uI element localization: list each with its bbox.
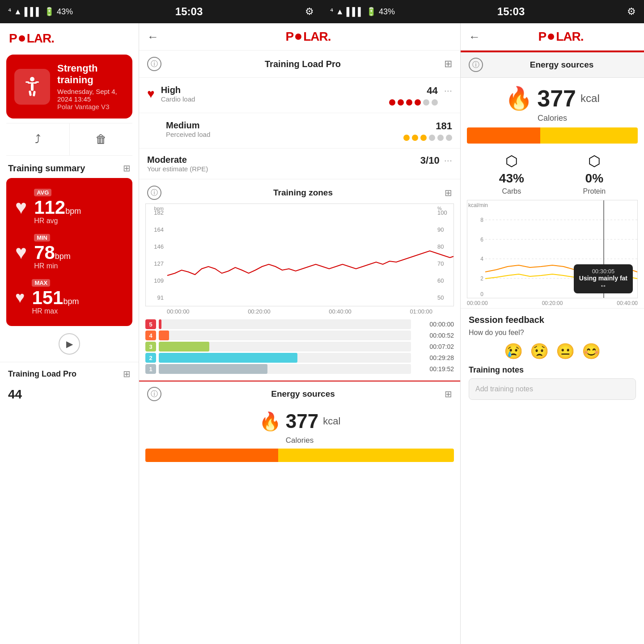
hr-avg-unit: bpm [65, 207, 81, 216]
es-bar-fat [540, 127, 638, 144]
sf-notes-input[interactable]: Add training notes [469, 378, 636, 400]
zone-bar-1: 1 00:19:52 [145, 364, 454, 374]
training-load-bar: Training Load Pro ⊞ [0, 362, 139, 386]
polar-logo-left: PLAR. [9, 31, 54, 46]
svg-rect-2 [25, 81, 29, 83]
rpe-title: Moderate [147, 155, 414, 165]
energy-sources-title-p3: Energy sources [487, 60, 636, 70]
heart-icon-cardio: ♥ [147, 87, 155, 101]
rpe-more-icon[interactable]: ··· [444, 155, 452, 166]
expand-tl-icon[interactable]: ⊞ [123, 369, 131, 379]
info-icon-zones[interactable]: ⓘ [147, 186, 161, 200]
session-feedback-section: Session feedback How do you feel? 😢 😟 😐 … [461, 308, 644, 403]
emoji-neutral[interactable]: 😐 [556, 342, 575, 360]
delete-button[interactable]: 🗑 [69, 123, 133, 155]
zone-bar-5: 5 00:00:00 [145, 319, 454, 329]
status-bar: ⁴ ▲ ▌▌▌ 🔋 43% 15:03 ⚙ ⁴ ▲ ▌▌▌ 🔋 43% 15:0… [0, 0, 644, 23]
hr-avg-value-row: 112bpm [34, 198, 81, 217]
calendar-icon-tlp[interactable]: ⊞ [444, 58, 452, 70]
hr-summary-box: ♥ AVG 112bpm HR avg ♥ MIN 78bpm HR min [6, 178, 132, 326]
play-button[interactable]: ▶ [59, 333, 80, 355]
carbs-pct: 43% [499, 171, 524, 186]
tooltip-box: 00:30:05 Using mainly fat ↔ [574, 264, 633, 293]
x-label-40: 00:40:00 [329, 308, 352, 315]
pdot-2 [412, 135, 418, 141]
energy-sources-header: ⓘ Energy sources ⊞ [139, 381, 460, 407]
zone-num-5: 5 [145, 319, 156, 329]
cal-value-p2: 377 [286, 410, 318, 432]
rpe-sub: Your estimate (RPE) [147, 165, 414, 173]
cal-label-p2: Calories [139, 436, 460, 445]
es-macro-protein: ⬡ 0% Protein [583, 153, 606, 195]
panels-container: PLAR. Strength training Wednesday, Sept … [0, 23, 644, 644]
zone-time-5: 00:00:00 [414, 321, 454, 328]
wifi-icon: ▲ [14, 7, 22, 17]
emoji-sad[interactable]: 😟 [530, 342, 549, 360]
cardio-load-value: 44 [427, 85, 437, 97]
cardio-more-icon[interactable]: ··· [444, 85, 452, 97]
hr-max-data: MAX 151bpm HR max [32, 279, 79, 315]
pdot-5 [437, 135, 444, 141]
es-bar-carbs [467, 127, 540, 144]
polar-logo-p3: PLAR. [538, 30, 583, 44]
battery-icon-left: 🔋 [44, 7, 54, 17]
es-cal-big: 377 [537, 85, 576, 112]
loc-icon-right: ⚙ [627, 6, 636, 17]
zone-track-5 [159, 319, 411, 329]
dot-2 [398, 99, 404, 106]
panel3-content[interactable]: ⓘ Energy sources 🔥 377 kcal Calories ⬡ 4… [461, 52, 644, 644]
sf-notes-placeholder: Add training notes [475, 385, 533, 393]
extra-icons-left: ⚙ [305, 6, 314, 17]
emoji-happy[interactable]: 😊 [582, 342, 601, 360]
sf-emojis: 😢 😟 😐 😊 [469, 342, 636, 360]
battery-pct-left: 43% [57, 7, 73, 17]
back-button-p3[interactable]: ← [469, 30, 480, 44]
signal-icon-r: ▌▌▌ [347, 7, 364, 17]
panel1-header: PLAR. [0, 23, 139, 50]
cardio-load-sub: Cardio load [161, 95, 383, 103]
expand-summary-icon[interactable]: ⊞ [123, 163, 131, 174]
calendar-icon-energy[interactable]: ⊞ [445, 389, 452, 399]
hr-chart-svg [146, 204, 453, 306]
zone-track-3 [159, 342, 411, 352]
emoji-very-sad[interactable]: 😢 [504, 342, 523, 360]
hr-chart-area: 182 164 146 127 109 91 bpm 100 90 80 7 [139, 203, 460, 317]
workout-date: Wednesday, Sept 4, 2024 13:45 [57, 88, 124, 103]
y-pct-70: 70 [436, 260, 453, 267]
polar-logo-p3-wrapper: PLAR. [486, 30, 636, 44]
perceived-load-content: Medium Perceived load [166, 120, 397, 138]
flame-icon-p2: 🔥 [259, 411, 281, 432]
es-cal-unit: kcal [580, 92, 600, 105]
perceived-load-dots [403, 135, 452, 141]
sf-title: Session feedback [469, 315, 636, 325]
calories-display-p2: 🔥 377 kcal [139, 407, 460, 436]
zone-time-1: 00:19:52 [414, 365, 454, 373]
dot-5 [423, 99, 429, 106]
panel2-content[interactable]: ⓘ Training Load Pro ⊞ ♥ High Cardio load… [139, 51, 460, 644]
calendar-icon-zones[interactable]: ⊞ [445, 187, 452, 198]
share-button[interactable]: ⤴ [6, 123, 69, 155]
cardio-load-row: ♥ High Cardio load 44 ··· [139, 78, 460, 113]
es-x-0: 00:00:00 [467, 300, 488, 306]
energy-bar-p2 [145, 449, 454, 462]
status-icons-left: ⁴ ▲ ▌▌▌ 🔋 43% [8, 7, 73, 17]
hr-max-badge: MAX [32, 279, 50, 287]
tooltip-arrow: ↔ [579, 282, 627, 290]
zone-num-3: 3 [145, 342, 156, 352]
es-x-40: 00:40:00 [617, 300, 638, 306]
back-button-p2[interactable]: ← [147, 30, 159, 44]
rpe-right: 3/10 ··· [420, 155, 452, 166]
hr-min-badge: MIN [34, 234, 50, 242]
sf-notes-label: Training notes [469, 365, 636, 375]
panel-left: PLAR. Strength training Wednesday, Sept … [0, 23, 139, 644]
zone-track-2 [159, 353, 411, 363]
info-icon-p3[interactable]: ⓘ [469, 58, 483, 72]
x-label-60: 01:00:00 [410, 308, 432, 315]
svg-rect-5 [29, 90, 32, 96]
info-icon-energy[interactable]: ⓘ [147, 387, 161, 401]
info-icon-tlp[interactable]: ⓘ [147, 57, 161, 71]
es-cal-label: Calories [461, 114, 644, 123]
zone-num-2: 2 [145, 353, 156, 363]
polar-logo-p2: PLAR. [285, 30, 330, 44]
zone-time-2: 00:29:28 [414, 354, 454, 361]
